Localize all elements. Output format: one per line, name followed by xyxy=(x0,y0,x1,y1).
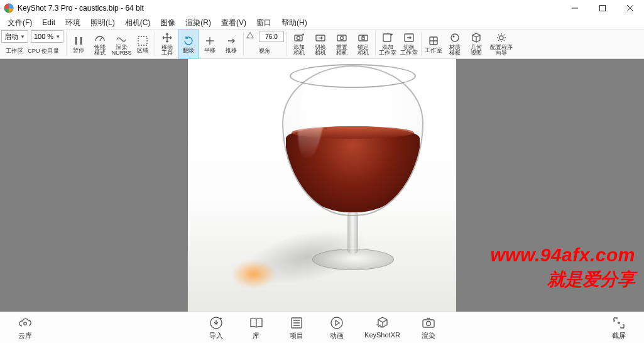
pause-label: 暂停 xyxy=(73,47,84,53)
library-button[interactable]: 库 xyxy=(239,315,274,340)
gear-icon xyxy=(496,32,507,43)
workspace-button[interactable]: 工作区 xyxy=(0,46,29,55)
menu-lighting[interactable]: 照明(L) xyxy=(85,16,120,30)
render-nurbs-label: 渲染 NURBS xyxy=(111,44,131,55)
material-template-button[interactable]: 材质 模板 xyxy=(444,30,466,58)
menu-edit[interactable]: Edit xyxy=(37,17,60,28)
cloud-library-button[interactable]: 云库 xyxy=(0,315,50,340)
import-label: 导入 xyxy=(209,331,223,340)
svg-point-13 xyxy=(453,35,455,37)
workspace-label: 工作区 xyxy=(6,48,23,53)
chevron-down-icon: ▼ xyxy=(20,34,25,40)
gauge-icon xyxy=(94,32,106,43)
maximize-button[interactable] xyxy=(589,0,616,16)
close-button[interactable] xyxy=(616,0,644,16)
move-icon xyxy=(161,32,173,43)
project-label: 项目 xyxy=(290,331,303,340)
animation-button[interactable]: 动画 xyxy=(319,315,354,340)
cloud-icon xyxy=(18,315,33,330)
import-button[interactable]: 导入 xyxy=(199,315,234,340)
render-nurbs-button[interactable]: 渲染 NURBS xyxy=(111,30,132,58)
render-label: 渲染 xyxy=(422,331,435,340)
svg-rect-19 xyxy=(423,320,434,327)
list-icon xyxy=(289,315,304,330)
pan-button[interactable]: 平移 xyxy=(199,30,221,58)
move-tool-button[interactable]: 移动 工具 xyxy=(156,30,178,58)
perf-mode-button[interactable]: 性能 模式 xyxy=(89,30,111,58)
menu-help[interactable]: 帮助(H) xyxy=(276,16,312,30)
nurbs-icon xyxy=(116,32,127,43)
material-template-label: 材质 模板 xyxy=(449,44,461,55)
menubar: 文件(F) Edit 环境 照明(L) 相机(C) 图像 渲染(R) 查看(V)… xyxy=(0,16,644,29)
cloud-label: 云库 xyxy=(18,331,32,340)
dolly-button[interactable]: 推移 xyxy=(221,30,242,58)
add-studio-button[interactable]: 添加 工作室 xyxy=(377,30,398,58)
menu-environment[interactable]: 环境 xyxy=(60,16,85,30)
menu-camera[interactable]: 相机(C) xyxy=(120,16,156,30)
switch-studio-button[interactable]: 切换 工作室 xyxy=(398,30,420,58)
reset-camera-button[interactable]: 重置 相机 xyxy=(331,30,352,58)
zoom-combo[interactable]: 100 %▼ xyxy=(31,30,63,43)
pause-button[interactable]: 暂停 xyxy=(68,30,89,58)
watermark-url: www.94afx.com xyxy=(491,242,635,268)
crop-icon xyxy=(611,315,626,330)
switch-studio-label: 切换 工作室 xyxy=(400,44,418,55)
project-button[interactable]: 项目 xyxy=(279,315,314,340)
toolbar: 启动▼ 100 %▼ 工作区 CPU 使用量 暂停 性能 模式 渲染 NURBS… xyxy=(0,29,644,59)
add-camera-button[interactable]: 添加 相机 xyxy=(288,30,310,58)
region-icon xyxy=(137,35,148,46)
svg-rect-1 xyxy=(600,6,606,11)
svg-point-18 xyxy=(331,317,342,329)
tumble-label: 翻滚 xyxy=(183,47,194,53)
pause-icon xyxy=(73,35,84,46)
app-icon xyxy=(4,3,14,13)
cpu-usage-button[interactable]: CPU 使用量 xyxy=(29,46,58,55)
viewport[interactable]: www.94afx.com 就是爱分享 xyxy=(0,59,644,312)
pan-icon xyxy=(204,35,216,46)
play-icon xyxy=(329,315,344,330)
menu-file[interactable]: 文件(F) xyxy=(3,16,37,30)
menu-window[interactable]: 窗口 xyxy=(251,16,276,30)
region-label: 区域 xyxy=(137,47,148,53)
minimize-button[interactable] xyxy=(561,0,589,16)
studio-button[interactable]: 工作室 xyxy=(423,30,444,58)
studio-plus-icon xyxy=(382,32,393,43)
switch-camera-button[interactable]: 切换 相机 xyxy=(310,30,331,58)
svg-rect-2 xyxy=(138,36,147,45)
fov-value: 76.0 xyxy=(265,33,277,40)
screenshot-button[interactable]: 截屏 xyxy=(594,315,644,340)
menu-view[interactable]: 查看(V) xyxy=(216,16,251,30)
add-studio-label: 添加 工作室 xyxy=(379,44,396,55)
watermark-slogan: 就是爱分享 xyxy=(491,268,635,291)
studio-label: 工作室 xyxy=(425,47,442,53)
render-canvas[interactable] xyxy=(188,59,456,312)
move-tool-label: 移动 工具 xyxy=(161,44,173,55)
render-button[interactable]: 渲染 xyxy=(411,315,446,340)
caustic-glow xyxy=(232,260,276,288)
camera-reset-icon xyxy=(336,32,347,43)
launch-combo[interactable]: 启动▼ xyxy=(1,30,28,43)
svg-point-12 xyxy=(451,34,459,41)
region-button[interactable]: 区域 xyxy=(132,30,153,58)
svg-rect-8 xyxy=(362,37,364,40)
fov-input[interactable]: 76.0 xyxy=(259,31,284,42)
geometry-view-label: 几何 视图 xyxy=(471,44,482,55)
geometry-view-button[interactable]: 几何 视图 xyxy=(466,30,487,58)
watermark: www.94afx.com 就是爱分享 xyxy=(491,242,635,291)
cube-rotate-icon xyxy=(375,315,390,330)
lock-camera-button[interactable]: 锁定 相机 xyxy=(352,30,374,58)
lock-camera-label: 锁定 相机 xyxy=(357,44,369,55)
fov-button[interactable]: 视角 xyxy=(245,46,284,55)
menu-image[interactable]: 图像 xyxy=(155,16,180,30)
book-icon xyxy=(249,315,264,330)
dolly-label: 推移 xyxy=(226,47,237,53)
keyshotxr-label: KeyShotXR xyxy=(364,331,400,339)
keyshotxr-button[interactable]: KeyShotXR xyxy=(359,315,406,340)
tumble-button[interactable]: 翻滚 xyxy=(178,30,199,58)
screenshot-label: 截屏 xyxy=(612,331,626,340)
import-icon xyxy=(209,315,224,330)
menu-render[interactable]: 渲染(R) xyxy=(180,16,216,30)
switch-camera-label: 切换 相机 xyxy=(315,44,326,55)
config-wizard-button[interactable]: 配置程序 向导 xyxy=(487,30,516,58)
svg-point-14 xyxy=(499,36,503,40)
